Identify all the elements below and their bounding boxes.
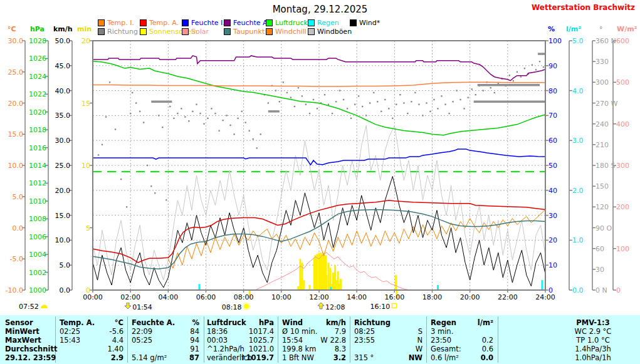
- tick-label-deg: 180 S: [595, 162, 615, 169]
- table-cell-label: 23:55: [354, 336, 375, 345]
- x-tick-label: 12:00: [305, 293, 333, 301]
- tick-label-min: 15: [64, 100, 90, 107]
- table-header-pmv: PMV-1:3: [549, 319, 637, 327]
- table-cell-value: W 22.8: [301, 336, 346, 345]
- x-tick-label: 20:00: [456, 293, 484, 301]
- x-tick-label: 04:00: [154, 293, 182, 301]
- tick-label-hpa: 1000: [20, 287, 46, 294]
- tick-label-kmh: 15.0: [44, 212, 70, 219]
- table-header-unit: km/h: [308, 319, 346, 327]
- table-cell-value: 1.40: [78, 345, 123, 353]
- tick-label-pct: 30: [548, 212, 557, 219]
- tick-label-deg: 0 N: [595, 287, 607, 294]
- tick-label-wm2: 400: [616, 121, 629, 128]
- table-cell-value: 87: [154, 354, 199, 362]
- tick-label-wm2: 200: [616, 204, 629, 211]
- tick-label-hpa: 1002: [20, 269, 46, 276]
- event-time: 12:08: [325, 303, 345, 311]
- table-separator: [350, 316, 350, 363]
- table-cell-pmv: 1.0hPa/1h: [549, 354, 637, 362]
- tick-label-pct: 80: [548, 88, 557, 95]
- table-cell-label: 22:09: [132, 328, 152, 336]
- tick-label-pct: 10: [548, 262, 557, 269]
- tick-label-deg: 240: [595, 121, 609, 128]
- tick-label-lm2: 5.0: [572, 38, 584, 44]
- dawn-icon: [40, 303, 48, 311]
- tick-label-wm2: 300: [616, 162, 629, 169]
- tick-label-c: 20.0: [0, 100, 23, 107]
- table-cell-value: N: [377, 336, 422, 345]
- tick-label-kmh: 5.0: [44, 262, 70, 269]
- axis-header-hpa: hPa: [30, 25, 45, 33]
- table-row-label: MaxWert: [5, 336, 41, 345]
- summary-table: SensorMinWertMaxWertDurchschnitt29.12. 2…: [0, 315, 640, 364]
- table-cell-label: 315 °: [354, 354, 374, 362]
- table-cell-label: 18:36: [207, 328, 228, 336]
- table-header-wind: Wind: [282, 319, 303, 327]
- table-row-label: Durchschnitt: [5, 345, 57, 353]
- table-cell-label: 15:54: [282, 336, 303, 345]
- table-header-unit: %: [162, 319, 199, 327]
- table-cell-value: 8.3: [301, 345, 346, 353]
- table-cell-value: ↑1019.7: [229, 354, 274, 362]
- table-cell-pmv: TP 1.0 °C: [549, 336, 637, 345]
- table-cell-label: 05:25: [132, 336, 152, 345]
- tick-label-hpa: 1028: [20, 38, 46, 44]
- tick-label-kmh: 20.0: [44, 187, 70, 194]
- axis-header-lm2: l/m²: [566, 25, 581, 33]
- table-cell-value: 0.2: [448, 336, 493, 345]
- table-cell-value: 1021.0: [229, 345, 274, 353]
- tick-label-min: 5: [64, 225, 90, 232]
- tick-label-min: 10: [64, 162, 90, 169]
- table-cell-value: S: [377, 328, 422, 336]
- tick-label-kmh: 45.0: [44, 63, 70, 70]
- moonset-icon: [125, 303, 131, 311]
- table-separator: [426, 316, 427, 363]
- tick-label-pct: 100: [548, 38, 562, 44]
- axis-header-min: min: [77, 25, 92, 33]
- dawn-time: 07:52: [19, 303, 39, 311]
- tick-label-pct: 90: [548, 63, 557, 70]
- tick-label-lm2: 2.0: [572, 187, 584, 194]
- event-time: 08:18: [222, 303, 242, 311]
- tick-label-hpa: 1010: [20, 198, 46, 205]
- table-row-label: MinWert: [5, 328, 39, 336]
- table-cell-label: 00:03: [207, 336, 228, 345]
- axis-header-kmh: km/h: [53, 25, 73, 33]
- event-time: 16:10: [370, 303, 390, 311]
- table-cell-value: W: [377, 345, 422, 353]
- tick-label-wm2: 500: [616, 79, 629, 86]
- table-cell-value: NW: [377, 354, 422, 362]
- sunset-icon: [391, 303, 397, 311]
- table-cell-value: 4.4: [78, 336, 123, 345]
- axis-header-pct: %: [548, 25, 555, 33]
- table-header-unit: hPa: [236, 319, 274, 327]
- table-cell-value: 94: [154, 336, 199, 345]
- table-cell-value: 0.0: [448, 354, 493, 362]
- x-tick-label: 16:00: [380, 293, 408, 301]
- tick-label-kmh: 10.0: [44, 237, 70, 244]
- tick-label-hpa: 1014: [20, 162, 46, 169]
- x-tick-label: 06:00: [192, 293, 220, 301]
- table-cell-value: 1017.4: [229, 328, 274, 336]
- tick-label-pct: 40: [548, 187, 557, 194]
- table-cell-value: 3.2: [301, 354, 346, 362]
- table-cell-value: 1025.7: [229, 336, 274, 345]
- tick-label-kmh: 30.0: [44, 137, 70, 144]
- sunrise-icon: [243, 303, 250, 312]
- tick-label-deg: 360 N: [595, 38, 616, 44]
- event-marker-16-10: 16:10: [370, 303, 397, 311]
- tick-label-kmh: 35.0: [44, 112, 70, 119]
- table-cell-label: 3 min.: [431, 328, 453, 336]
- table-separator: [498, 316, 498, 363]
- event-marker-12-08: 12:08: [318, 303, 345, 311]
- x-tick-label: 08:00: [230, 293, 258, 301]
- tick-label-deg: 30: [595, 266, 604, 273]
- tick-label-hpa: 1012: [20, 180, 46, 187]
- x-tick-label: 10:00: [268, 293, 295, 301]
- table-cell-pmv: 1.4hPa/3h: [549, 345, 637, 353]
- table-header-unit: °C: [86, 319, 123, 327]
- tick-label-hpa: 1026: [20, 55, 46, 62]
- tick-label-deg: 270 W: [595, 100, 617, 107]
- tick-label-c: 0.0: [0, 225, 23, 232]
